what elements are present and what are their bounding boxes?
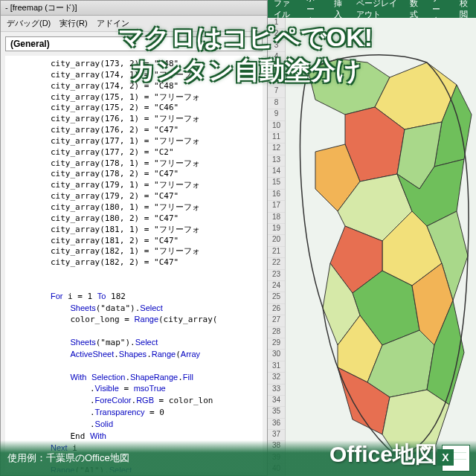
bottom-band: 使用例：千葉県のOffice地図 Office地図 X — [0, 440, 476, 476]
row-header[interactable]: 17 — [268, 201, 285, 212]
row-header[interactable]: 22 — [268, 258, 285, 269]
row-header[interactable]: 20 — [268, 235, 285, 246]
row-header[interactable]: 32 — [268, 373, 285, 384]
row-header[interactable]: 35 — [268, 407, 285, 418]
row-header[interactable]: 18 — [268, 213, 285, 224]
chiba-map-svg — [286, 18, 476, 476]
row-header[interactable]: 11 — [268, 132, 285, 144]
row-header[interactable]: 8 — [268, 98, 285, 109]
row-header[interactable]: 14 — [268, 167, 285, 178]
row-header[interactable]: 28 — [268, 327, 285, 338]
row-header[interactable]: 33 — [268, 385, 285, 396]
row-header[interactable]: 29 — [268, 338, 285, 350]
excel-icon: X — [442, 445, 470, 472]
ribbon-tab[interactable]: ページレイアウト — [350, 0, 404, 20]
row-header[interactable]: 31 — [268, 361, 285, 373]
map-canvas — [286, 18, 476, 476]
row-header[interactable]: 30 — [268, 350, 285, 361]
excel-sheet: 1234567891011121314151617181920212223242… — [268, 18, 476, 476]
row-header[interactable]: 16 — [268, 190, 285, 201]
row-header[interactable]: 26 — [268, 304, 285, 315]
row-header[interactable]: 27 — [268, 315, 285, 327]
headline-overlay: マクロはコピペでOK! カンタン自動塗分け — [22, 21, 469, 86]
row-header[interactable]: 9 — [268, 109, 285, 120]
row-header[interactable]: 36 — [268, 419, 285, 430]
row-header[interactable]: 34 — [268, 396, 285, 407]
ribbon-tab[interactable]: 校閲 — [454, 0, 476, 20]
headline-line1: マクロはコピペでOK! — [22, 21, 469, 54]
row-header[interactable]: 7 — [268, 86, 285, 97]
ribbon-tab[interactable]: 数式 — [404, 0, 426, 20]
row-header[interactable]: 21 — [268, 247, 285, 258]
ribbon-tab[interactable]: 挿入 — [328, 0, 350, 20]
row-headers: 1234567891011121314151617181920212223242… — [268, 18, 286, 476]
brand-label: Office地図 — [329, 440, 437, 470]
ribbon-tab[interactable]: ファイル — [268, 0, 300, 20]
row-header[interactable]: 23 — [268, 270, 285, 281]
usage-caption: 使用例：千葉県のOffice地図 — [0, 451, 129, 465]
vba-window-title: - [freemap (コード)] — [1, 1, 267, 16]
row-header[interactable]: 19 — [268, 224, 285, 235]
headline-line2: カンタン自動塗分け — [22, 54, 469, 86]
excel-ribbon: ファイルホーム挿入ページレイアウト数式データ校閲 — [268, 0, 476, 18]
row-header[interactable]: 15 — [268, 178, 285, 189]
vba-code-area[interactable]: city_array(173, 2) = "C48" city_array(17… — [5, 56, 263, 472]
row-header[interactable]: 24 — [268, 281, 285, 292]
row-header[interactable]: 12 — [268, 144, 285, 155]
row-header[interactable]: 10 — [268, 121, 285, 132]
row-header[interactable]: 25 — [268, 292, 285, 303]
row-header[interactable]: 13 — [268, 155, 285, 167]
excel-icon-letter: X — [437, 449, 454, 466]
